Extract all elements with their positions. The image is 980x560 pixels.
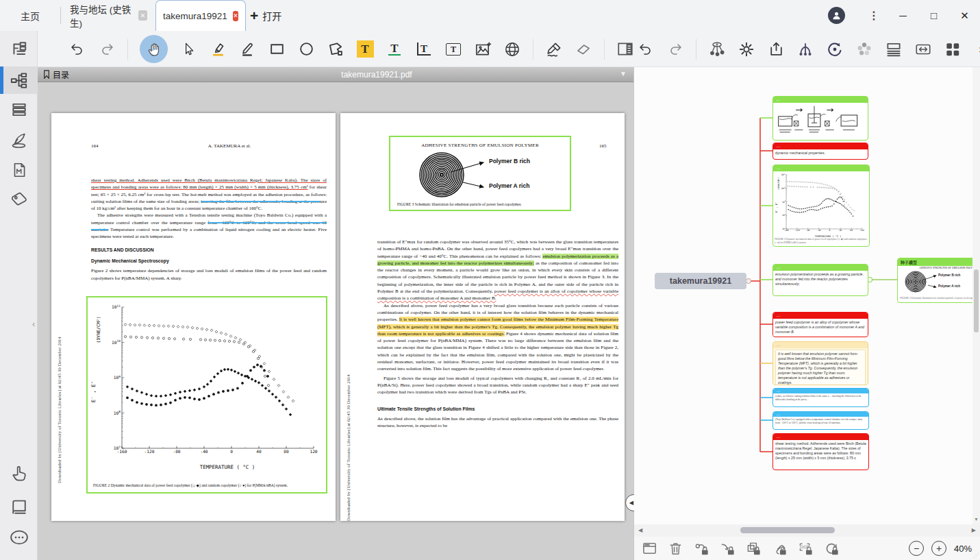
export-share-icon[interactable]: [767, 40, 785, 58]
branch-layout-icon[interactable]: [796, 40, 814, 58]
redo-icon[interactable]: [98, 40, 116, 58]
scrollbar-thumb[interactable]: [974, 269, 979, 332]
eraser-icon[interactable]: [575, 40, 592, 58]
copy-lock-icon[interactable]: [745, 540, 762, 557]
figure2-annotation-box[interactable]: 10710810910101011-160-120-80-4004080120T…: [86, 296, 327, 494]
mindmap-node-strikeout-excerpt-1[interactable]: ⋯ cedure, as follows: cutting solution f…: [772, 388, 869, 407]
layout-grid-icon[interactable]: [944, 40, 962, 58]
close-window-button[interactable]: ✕: [949, 0, 980, 31]
notes-feather-icon[interactable]: [6, 128, 32, 151]
node-menu-icon[interactable]: ⋯: [776, 98, 780, 102]
tab-document-active[interactable]: takemura19921 ✕: [155, 0, 246, 31]
hand-tool-icon[interactable]: [140, 35, 168, 63]
resize-grip-icon[interactable]: ⋰: [973, 552, 979, 559]
polygon-shape-icon[interactable]: [327, 40, 344, 58]
thumbnail-label-b: Polymer B rich: [938, 273, 960, 277]
svg-text:1010: 1010: [781, 187, 786, 190]
text-box-icon[interactable]: T: [444, 40, 462, 58]
scroll-down-icon[interactable]: ▼: [974, 517, 979, 522]
mindmap-panel-icon[interactable]: [0, 66, 38, 94]
select-cursor-icon[interactable]: [179, 40, 197, 58]
mindmap-node-emulsion-polymerization[interactable]: ⋯ emulsion polymerization proceeds as a …: [772, 264, 868, 296]
undo-icon[interactable]: [68, 40, 86, 58]
node-menu-icon[interactable]: ⋯: [776, 167, 780, 171]
maximize-button[interactable]: □: [918, 0, 949, 31]
redo-icon[interactable]: [666, 40, 684, 58]
more-tools-icon[interactable]: »: [973, 40, 980, 58]
ocr-lock-icon[interactable]: OCR: [797, 540, 814, 557]
highlighter-icon[interactable]: [209, 40, 227, 58]
link-lock-icon[interactable]: [771, 540, 788, 557]
scroll-right-icon[interactable]: ▶: [972, 527, 976, 533]
collapse-panel-icon[interactable]: ‹: [32, 319, 35, 329]
insert-image-icon[interactable]: [474, 40, 492, 58]
theme-colors-icon[interactable]: [855, 40, 873, 58]
tab-home[interactable]: 主页: [0, 0, 60, 31]
notebook-icon[interactable]: [6, 496, 32, 519]
node-menu-icon[interactable]: ⋯: [776, 389, 780, 393]
tags-icon[interactable]: [6, 187, 32, 210]
running-head-text: A. TAKEMURA et al.: [132, 143, 327, 149]
node-menu-icon[interactable]: ⋯: [776, 413, 780, 417]
new-card-icon[interactable]: [641, 540, 657, 557]
settings-gear-icon[interactable]: [738, 40, 755, 58]
text-underline-icon[interactable]: T: [386, 40, 403, 58]
delete-node-icon[interactable]: [667, 540, 683, 557]
node-width-icon[interactable]: [914, 40, 932, 58]
more-ellipsis-icon[interactable]: [6, 526, 32, 549]
pdf-viewer-panel: 目录 takemura19921.pdf ▼ 164 A. TAKEMURA e…: [38, 67, 633, 560]
annotation-list-icon[interactable]: [6, 98, 32, 121]
node-text: shear testing method. Adherends used wer…: [775, 441, 866, 461]
outline-toc-icon[interactable]: [6, 38, 32, 61]
zoom-out-button[interactable]: −: [909, 541, 924, 556]
blue-strikeout-annotation[interactable]: inserting the film between the adherends…: [201, 199, 321, 204]
rectangle-shape-icon[interactable]: [268, 40, 286, 58]
minimize-button[interactable]: ─: [888, 0, 918, 31]
account-avatar-icon[interactable]: [828, 7, 845, 24]
mindmap-node-shear-testing[interactable]: ⋯ shear testing method. Adherends used w…: [772, 433, 869, 470]
tab-document-1[interactable]: 我与地坛 (史铁生) ✕: [63, 0, 154, 31]
history-clock-icon[interactable]: [826, 40, 844, 58]
chevron-down-icon[interactable]: ▼: [620, 70, 627, 77]
mindmap-node-strikeout-excerpt-2[interactable]: ⋯ (Toyo Baldwin Co.) equipped with a tem…: [772, 411, 869, 430]
open-file-button[interactable]: + 打开: [250, 0, 281, 31]
signature-pen-icon[interactable]: [545, 40, 563, 58]
text-highlight-icon[interactable]: T: [356, 40, 374, 58]
zoom-in-button[interactable]: +: [931, 541, 946, 556]
mindmap-node-dynamic-mechanical[interactable]: ⋯ dynamic mechanical properties.: [772, 143, 868, 160]
text-strikeout-icon[interactable]: T: [415, 40, 433, 58]
hand-pointer-icon[interactable]: [6, 461, 32, 485]
mindmap-node-figure1-image[interactable]: ⋯: [772, 96, 868, 141]
vertical-scrollbar[interactable]: ▼: [972, 67, 980, 524]
layout-panel-icon[interactable]: [616, 40, 634, 58]
horizontal-scrollbar[interactable]: ◀ ▶: [634, 524, 980, 537]
mindmap-root-node[interactable]: takemura19921: [655, 273, 746, 289]
figure3-annotation-box[interactable]: ADHESIVE STRENGTHS OF EMULSION POLYMER P…: [389, 136, 571, 211]
rotate-lock-icon[interactable]: [823, 540, 840, 557]
node-style-icon[interactable]: [885, 40, 903, 58]
ellipse-shape-icon[interactable]: [297, 40, 315, 58]
node-menu-icon[interactable]: ⋯: [776, 145, 780, 149]
mindmap-node-power-feed-alloy[interactable]: ⋯ power feed copolymer is an alloy of co…: [772, 312, 868, 337]
add-node-icon[interactable]: [708, 40, 726, 58]
mindmap-node-seed-model[interactable]: 种子模型 ADHESIVE STRENGTHS OF EMULSION POLY…: [897, 258, 980, 303]
close-tab-icon[interactable]: ✕: [233, 11, 238, 21]
scroll-left-icon[interactable]: ◀: [638, 527, 642, 533]
markdown-doc-icon[interactable]: [6, 158, 32, 182]
node-lock-icon[interactable]: [693, 540, 709, 557]
node-menu-icon[interactable]: ⋯: [776, 314, 780, 318]
pencil-icon[interactable]: [238, 40, 256, 58]
svg-text:40: 40: [256, 449, 262, 454]
node-menu-icon[interactable]: ⋯: [776, 435, 780, 439]
undo-icon[interactable]: [637, 40, 655, 58]
menu-icon[interactable]: ⋮: [860, 9, 888, 22]
node-menu-icon[interactable]: ⋯: [776, 343, 780, 348]
arrow-lock-icon[interactable]: [719, 540, 736, 557]
close-tab-icon[interactable]: ✕: [138, 10, 147, 21]
scrollbar-thumb[interactable]: [740, 527, 835, 533]
mindmap-node-mft-note[interactable]: ⋯ It is well known that emulsion polymer…: [772, 341, 868, 385]
web-link-icon[interactable]: [503, 40, 521, 58]
node-menu-icon[interactable]: ⋯: [776, 266, 780, 270]
mindmap-node-figure2-image[interactable]: ⋯ 10710810910101011-160-120-80-400408012…: [772, 165, 870, 247]
red-underline-annotation[interactable]: shear testing method. Adherends used wer…: [91, 178, 327, 190]
